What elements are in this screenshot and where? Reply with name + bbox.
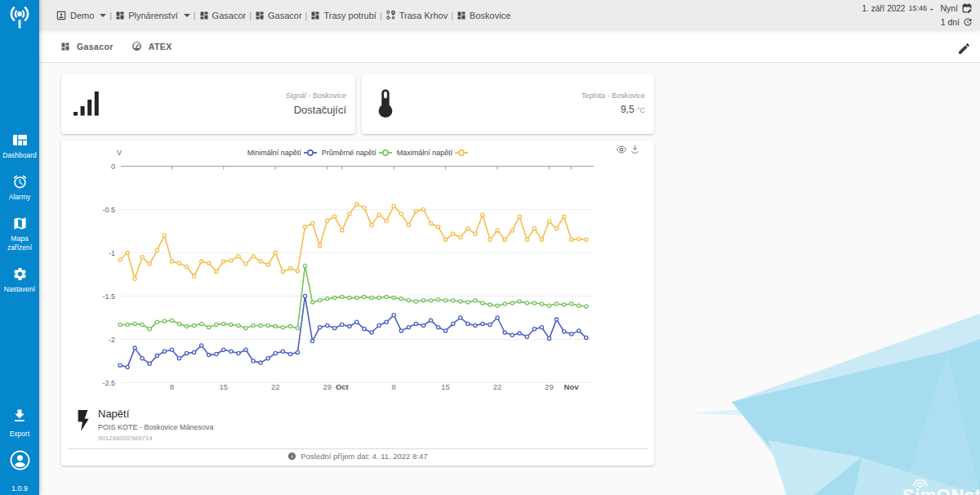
svg-text:Oct: Oct: [336, 382, 350, 391]
svg-text:8: 8: [392, 382, 396, 391]
svg-text:-1.5: -1.5: [102, 292, 115, 301]
svg-text:22: 22: [493, 382, 502, 391]
svg-text:0: 0: [111, 163, 115, 171]
svg-text:15: 15: [220, 382, 229, 391]
svg-text:22: 22: [271, 382, 280, 391]
svg-text:-2.5: -2.5: [102, 379, 115, 387]
svg-text:-2: -2: [109, 336, 115, 344]
svg-text:29: 29: [323, 382, 332, 391]
svg-text:15: 15: [441, 382, 450, 391]
svg-text:-1: -1: [109, 249, 115, 257]
svg-text:29: 29: [545, 382, 554, 391]
svg-text:-0.5: -0.5: [102, 206, 115, 214]
svg-text:8: 8: [170, 382, 174, 391]
svg-text:Nov: Nov: [564, 382, 580, 391]
